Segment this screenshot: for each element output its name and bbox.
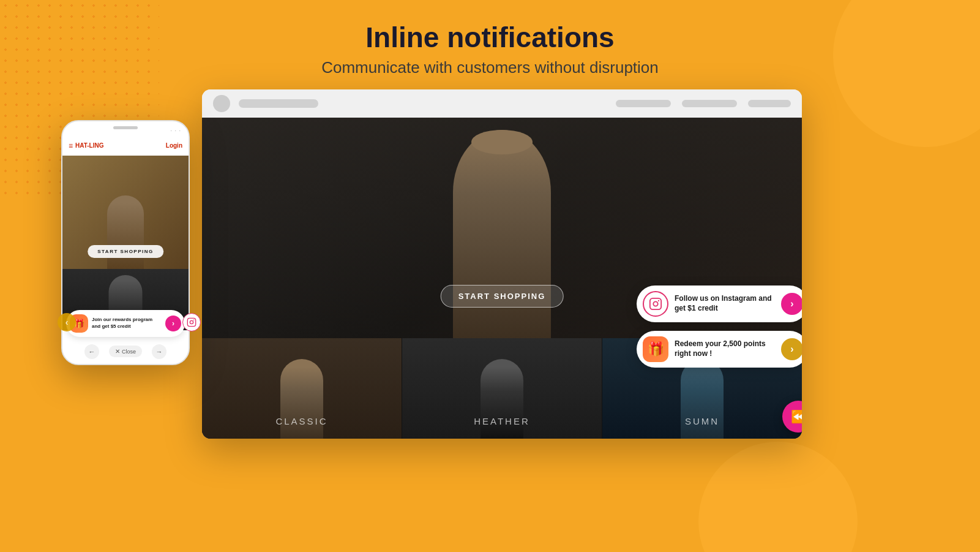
mobile-instagram-icon[interactable] (182, 313, 201, 331)
svg-point-1 (653, 301, 657, 306)
instagram-small-icon (187, 317, 196, 327)
notification-points-arrow[interactable]: › (781, 338, 802, 360)
mobile-left-arrow-button[interactable]: ‹ (58, 313, 76, 331)
close-icon: ✕ (115, 348, 120, 355)
product-label-classic: CLASSIC (275, 416, 327, 426)
mobile-bottom-notification[interactable]: 🎁 Join our rewards program and get $5 cr… (66, 310, 185, 337)
notification-instagram[interactable]: Follow us on Instagram and get $1 credit… (637, 285, 802, 322)
browser-mockup: START SHOPPING CLASSIC HEATHER (202, 89, 802, 439)
product-cell-heather[interactable]: HEATHER (402, 338, 602, 439)
notification-points[interactable]: 🎁 Redeem your 2,500 points right now ! › (637, 331, 802, 368)
mobile-notif-arrow[interactable]: › (165, 316, 181, 331)
browser-content: START SHOPPING CLASSIC HEATHER (202, 118, 802, 439)
person-classic (280, 359, 323, 439)
mobile-next-button[interactable]: → (152, 344, 166, 359)
browser-nav (616, 100, 791, 107)
mobile-hero-section: START SHOPPING (62, 156, 189, 269)
person-heather (481, 359, 523, 439)
mobile-prev-button[interactable]: ← (84, 344, 99, 359)
mobile-login-button[interactable]: Login (166, 142, 182, 149)
browser-nav-item-1 (616, 100, 671, 107)
gift-icon: 🎁 (648, 341, 664, 357)
mobile-start-shopping-button[interactable]: START SHOPPING (88, 245, 163, 258)
page-subtitle: Communicate with customers without disru… (0, 58, 980, 77)
svg-point-4 (190, 320, 193, 323)
notification-instagram-arrow[interactable]: › (781, 293, 802, 315)
notification-points-text: Redeem your 2,500 points right now ! (675, 339, 775, 358)
mobile-logo: ≡ HAT-LING (69, 142, 104, 150)
mobile-nav: ← ✕ Close → (62, 344, 189, 359)
browser-nav-item-3 (748, 100, 791, 107)
mobile-brand-name: HAT-LING (75, 142, 103, 149)
mobile-dots: · · · (170, 127, 181, 134)
product-label-heather: HEATHER (474, 416, 530, 426)
browser-nav-item-2 (682, 100, 737, 107)
browser-address-bar (239, 99, 318, 108)
mobile-mockup: · · · ≡ HAT-LING Login START SHOPPING HE… (61, 120, 190, 365)
page-title: Inline notifications (0, 22, 980, 53)
hero-start-shopping-button[interactable]: START SHOPPING (441, 285, 564, 308)
instagram-icon (649, 297, 662, 311)
product-cell-classic[interactable]: CLASSIC (202, 338, 402, 439)
browser-toolbar (202, 89, 802, 118)
svg-rect-0 (650, 298, 661, 309)
notification-instagram-text: Follow us on Instagram and get $1 credit (675, 294, 775, 313)
notification-points-text-wrapper: Redeem your 2,500 points right now ! (675, 339, 775, 358)
mobile-notch (113, 126, 138, 129)
close-label: Close (122, 349, 136, 355)
bg-circle-bottom (698, 442, 858, 552)
gift-icon-container: 🎁 (643, 336, 668, 362)
notification-instagram-text-wrapper: Follow us on Instagram and get $1 credit (675, 294, 775, 313)
svg-rect-3 (187, 318, 195, 326)
browser-circle (213, 95, 230, 112)
mobile-close-button[interactable]: ✕ Close (109, 346, 142, 357)
instagram-icon-container (643, 291, 668, 317)
content-area: START SHOPPING CLASSIC HEATHER (0, 89, 980, 96)
product-label-summer: SUMN (685, 416, 719, 426)
page-header: Inline notifications Communicate with cu… (0, 0, 980, 89)
mobile-header: ≡ HAT-LING Login (62, 136, 189, 156)
hero-hat (471, 130, 533, 154)
svg-point-5 (193, 319, 195, 320)
mobile-hero-figure (107, 195, 144, 269)
mobile-notif-text: Join our rewards program and get $5 cred… (92, 317, 162, 330)
svg-point-2 (658, 300, 659, 301)
person-summer (681, 359, 724, 439)
mobile-logo-icon: ≡ (69, 142, 73, 150)
